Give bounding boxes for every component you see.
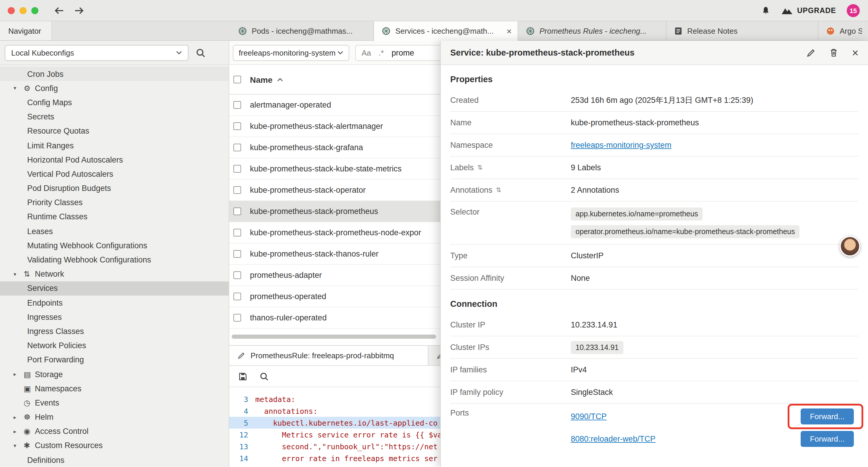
close-panel-icon[interactable]: × bbox=[852, 47, 859, 58]
expander-icon[interactable]: ▸ bbox=[13, 414, 24, 420]
editor-search-icon[interactable] bbox=[259, 372, 269, 381]
title-bar: UPGRADE 15 bbox=[0, 0, 868, 21]
sidebar-item[interactable]: Cron Jobs bbox=[0, 67, 229, 81]
forward-icon[interactable] bbox=[74, 6, 85, 14]
sidebar-item-icon: ▤ bbox=[24, 370, 35, 379]
close-window-button[interactable] bbox=[8, 7, 15, 14]
property-label: Ports bbox=[450, 408, 571, 417]
sidebar-search-icon[interactable] bbox=[195, 48, 206, 58]
line-text: Metrics service error rate is {{ $va bbox=[255, 430, 442, 439]
tab-close-icon[interactable]: × bbox=[502, 26, 512, 36]
sidebar-item[interactable]: Leases bbox=[0, 224, 229, 238]
service-name: kube-prometheus-stack-prometheus-node-ex… bbox=[250, 228, 421, 237]
sidebar-item[interactable]: ▸ ◉ Access Control bbox=[0, 424, 229, 438]
property-row-name: Name kube-prometheus-stack-prometheus bbox=[450, 112, 859, 134]
notification-count-badge[interactable]: 15 bbox=[847, 4, 860, 17]
regex-toggle[interactable]: .* bbox=[379, 48, 384, 57]
row-checkbox[interactable] bbox=[234, 165, 241, 173]
expander-icon[interactable]: ▾ bbox=[13, 85, 24, 91]
expander-icon[interactable]: ▸ bbox=[13, 429, 24, 435]
property-row-ip-families: IP families IPv4 bbox=[450, 359, 859, 381]
property-label: Type bbox=[450, 251, 571, 260]
expander-icon[interactable]: ▾ bbox=[13, 443, 24, 449]
back-icon[interactable] bbox=[54, 6, 64, 14]
sidebar-item[interactable]: ▾ ✱ Custom Resources bbox=[0, 439, 229, 453]
row-checkbox[interactable] bbox=[234, 122, 241, 130]
user-avatar[interactable] bbox=[840, 236, 860, 257]
sidebar-item-label: Network bbox=[35, 269, 64, 279]
sidebar-item[interactable]: Definitions bbox=[0, 453, 229, 467]
tab-argo[interactable]: Argo S bbox=[818, 21, 868, 40]
sidebar-item[interactable]: Resource Quotas bbox=[0, 124, 229, 138]
port-link-8080[interactable]: 8080:reloader-web/TCP bbox=[571, 435, 656, 443]
dock-tab-prometheusrule[interactable]: PrometheusRule: freeleaps-prod-rabbitmq bbox=[229, 346, 428, 365]
horizontal-scrollbar[interactable] bbox=[231, 334, 436, 339]
row-checkbox[interactable] bbox=[234, 186, 241, 194]
tab-pods[interactable]: Pods - icecheng@mathmas... bbox=[230, 21, 374, 40]
sidebar-item[interactable]: Priority Classes bbox=[0, 195, 229, 209]
row-checkbox[interactable] bbox=[234, 250, 241, 258]
select-all-checkbox[interactable] bbox=[234, 76, 241, 83]
kubernetes-icon bbox=[526, 26, 535, 35]
property-value: ClusterIP bbox=[571, 251, 859, 260]
expand-collapse-icon[interactable]: ⇅ bbox=[496, 186, 501, 194]
sidebar-item[interactable]: Endpoints bbox=[0, 296, 229, 310]
sidebar-item[interactable]: Network Policies bbox=[0, 339, 229, 353]
match-case-toggle[interactable]: Aa bbox=[362, 48, 371, 57]
sidebar-item[interactable]: Limit Ranges bbox=[0, 138, 229, 152]
property-row-ip-family-policy: IP family policy SingleStack bbox=[450, 381, 859, 404]
upgrade-button[interactable]: UPGRADE bbox=[781, 6, 836, 14]
sidebar-item[interactable]: Horizontal Pod Autoscalers bbox=[0, 152, 229, 167]
sidebar-item[interactable]: Ingress Classes bbox=[0, 324, 229, 339]
row-checkbox[interactable] bbox=[234, 144, 241, 151]
sidebar-item[interactable]: Ingresses bbox=[0, 310, 229, 324]
sidebar-item[interactable]: Validating Webhook Configurations bbox=[0, 253, 229, 267]
expander-icon[interactable]: ▾ bbox=[13, 271, 24, 277]
tab-release-notes[interactable]: Release Notes bbox=[666, 21, 818, 40]
sidebar-item[interactable]: ▣ Namespaces bbox=[0, 381, 229, 396]
minimize-window-button[interactable] bbox=[20, 7, 27, 14]
kubeconfig-selector[interactable]: Local Kubeconfigs bbox=[5, 45, 188, 61]
row-checkbox[interactable] bbox=[234, 229, 241, 236]
notifications-bell-icon[interactable] bbox=[761, 6, 771, 15]
sidebar-item-icon: ⚙ bbox=[24, 84, 35, 93]
forward-button[interactable]: Forward... bbox=[801, 408, 854, 425]
sidebar-item[interactable]: Pod Disruption Budgets bbox=[0, 181, 229, 195]
navigator-panel-tab[interactable]: Navigator bbox=[0, 21, 52, 40]
sidebar-item[interactable]: Config Maps bbox=[0, 95, 229, 110]
sidebar-item[interactable]: Services bbox=[0, 282, 229, 296]
sidebar-item[interactable]: ▸ ☸ Helm bbox=[0, 410, 229, 424]
row-checkbox[interactable] bbox=[234, 293, 241, 300]
row-checkbox[interactable] bbox=[234, 101, 241, 109]
tab-services[interactable]: Services - icecheng@math... × bbox=[374, 21, 518, 41]
forward-button[interactable]: Forward... bbox=[801, 431, 854, 447]
property-label: IP family policy bbox=[450, 388, 571, 397]
sidebar-item[interactable]: Vertical Pod Autoscalers bbox=[0, 167, 229, 181]
sidebar-item[interactable]: ◷ Events bbox=[0, 396, 229, 410]
row-checkbox[interactable] bbox=[234, 314, 241, 322]
port-link-9090[interactable]: 9090/TCP bbox=[571, 412, 607, 421]
sidebar-item[interactable]: ▾ ⇅ Network bbox=[0, 267, 229, 281]
expander-icon[interactable]: ▸ bbox=[13, 371, 24, 377]
sidebar-item[interactable]: Secrets bbox=[0, 110, 229, 124]
column-header-name[interactable]: Name bbox=[250, 75, 283, 84]
tab-prometheus-rules[interactable]: Prometheus Rules - icecheng... bbox=[518, 21, 666, 40]
namespace-link[interactable]: freeleaps-monitoring-system bbox=[571, 141, 672, 150]
expand-collapse-icon[interactable]: ⇅ bbox=[477, 164, 483, 171]
sidebar-item[interactable]: Runtime Classes bbox=[0, 210, 229, 224]
namespace-filter-dropdown[interactable]: freeleaps-monitoring-system bbox=[233, 45, 349, 61]
maximize-window-button[interactable] bbox=[31, 7, 38, 14]
delete-trash-icon[interactable] bbox=[830, 48, 838, 57]
row-checkbox[interactable] bbox=[234, 207, 241, 215]
save-icon[interactable] bbox=[238, 372, 248, 381]
sidebar-item[interactable]: ▾ ⚙ Config bbox=[0, 81, 229, 95]
window-controls bbox=[8, 7, 38, 14]
property-label: Labels bbox=[450, 163, 474, 172]
detail-title: Service: kube-prometheus-stack-prometheu… bbox=[450, 48, 634, 57]
row-checkbox[interactable] bbox=[234, 271, 241, 279]
edit-icon[interactable] bbox=[807, 48, 815, 57]
sidebar-item[interactable]: Mutating Webhook Configurations bbox=[0, 238, 229, 253]
sidebar-item-label: Leases bbox=[27, 227, 53, 236]
sidebar-item[interactable]: Port Forwarding bbox=[0, 353, 229, 367]
sidebar-item[interactable]: ▸ ▤ Storage bbox=[0, 367, 229, 381]
